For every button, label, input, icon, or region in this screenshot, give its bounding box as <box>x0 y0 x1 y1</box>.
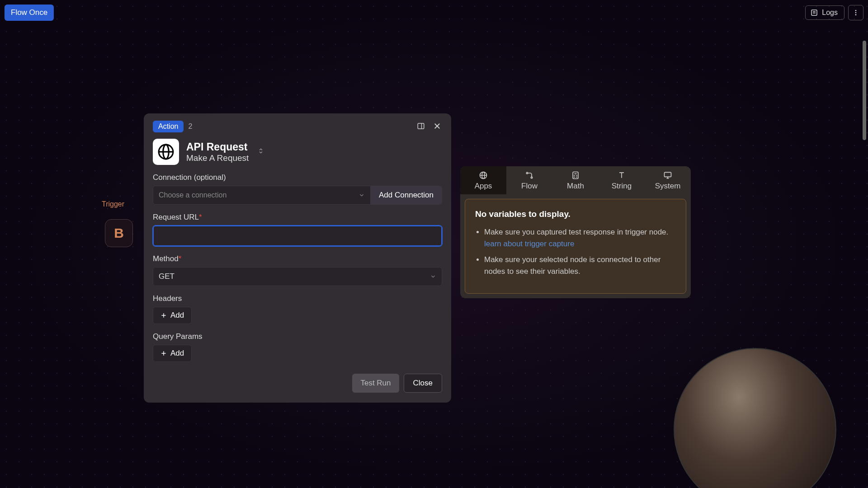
connection-placeholder: Choose a connection <box>159 191 226 199</box>
trigger-node-icon: B <box>114 225 124 241</box>
tab-apps[interactable]: Apps <box>460 166 506 194</box>
globe-icon <box>479 171 488 180</box>
svg-point-20 <box>526 172 528 174</box>
top-bar: Flow Once Logs <box>0 0 868 25</box>
method-label: Method* <box>153 254 442 263</box>
more-vertical-icon <box>852 9 859 16</box>
tab-flow-label: Flow <box>521 182 538 190</box>
flow-once-button[interactable]: Flow Once <box>5 5 54 21</box>
close-modal-button[interactable] <box>432 121 442 132</box>
modal-subtitle: Make A Request <box>186 153 249 163</box>
trigger-label: Trigger <box>102 200 124 208</box>
flow-icon <box>525 171 534 180</box>
action-badge: Action <box>153 121 184 132</box>
svg-point-24 <box>574 175 575 176</box>
monitor-icon <box>663 171 672 180</box>
tab-math-label: Math <box>567 182 584 190</box>
modal-footer: Test Run Close <box>153 374 442 393</box>
logs-label: Logs <box>822 9 838 17</box>
variables-heading: No variables to display. <box>475 209 676 219</box>
chevron-down-icon <box>430 273 436 280</box>
scrollbar[interactable] <box>863 41 866 140</box>
variables-hint-0: Make sure you captured test response in … <box>484 226 676 249</box>
connection-select[interactable]: Choose a connection <box>153 186 371 205</box>
app-icon <box>153 139 179 165</box>
add-header-button[interactable]: Add <box>153 307 192 324</box>
add-header-label: Add <box>170 311 184 320</box>
more-button[interactable] <box>848 5 863 20</box>
connection-row: Choose a connection Add Connection <box>153 186 442 205</box>
modal-title-row: API Request Make A Request <box>153 139 442 165</box>
calculator-icon <box>571 171 580 180</box>
variables-panel: Apps Flow Math String System No variable… <box>460 166 691 298</box>
query-params-label: Query Params <box>153 332 442 341</box>
add-query-label: Add <box>170 349 184 358</box>
svg-point-21 <box>531 177 532 178</box>
request-url-input[interactable] <box>153 225 442 246</box>
method-value: GET <box>159 272 175 281</box>
tab-system[interactable]: System <box>645 166 691 194</box>
chevron-up-down-icon <box>258 147 264 155</box>
add-query-param-button[interactable]: Add <box>153 345 192 362</box>
tab-math[interactable]: Math <box>552 166 599 194</box>
svg-rect-22 <box>573 172 578 179</box>
panel-icon <box>417 122 425 130</box>
tab-system-label: System <box>655 182 681 190</box>
url-label: Request URL* <box>153 213 442 222</box>
top-right-controls: Logs <box>805 5 863 20</box>
plus-icon <box>160 350 167 357</box>
globe-icon <box>157 143 175 160</box>
svg-point-26 <box>574 177 575 178</box>
test-run-button[interactable]: Test Run <box>352 374 399 393</box>
svg-rect-6 <box>418 123 424 129</box>
modal-title: API Request <box>186 141 249 153</box>
svg-point-25 <box>576 175 577 176</box>
expand-selector[interactable] <box>258 147 264 157</box>
tab-string[interactable]: String <box>599 166 645 194</box>
close-icon <box>433 122 441 130</box>
headers-label: Headers <box>153 294 442 303</box>
text-icon <box>617 171 626 180</box>
learn-trigger-link[interactable]: learn about trigger capture <box>484 239 574 248</box>
modal-title-block: API Request Make A Request <box>186 141 249 163</box>
svg-point-27 <box>576 177 577 178</box>
modal-header-right <box>416 121 442 132</box>
close-button[interactable]: Close <box>404 374 442 393</box>
svg-point-5 <box>855 14 857 15</box>
plus-icon <box>160 312 167 319</box>
tab-string-label: String <box>612 182 632 190</box>
method-select[interactable]: GET <box>153 267 442 286</box>
tab-apps-label: Apps <box>475 182 492 190</box>
modal-header: Action 2 <box>153 121 442 132</box>
connection-label: Connection (optional) <box>153 173 442 182</box>
svg-point-4 <box>855 12 857 14</box>
svg-point-3 <box>855 10 857 11</box>
tab-flow[interactable]: Flow <box>506 166 552 194</box>
variables-body: No variables to display. Make sure you c… <box>465 199 686 294</box>
step-number: 2 <box>188 122 192 131</box>
trigger-node[interactable]: B <box>105 219 133 247</box>
variables-hint-1: Make sure your selected node is connecte… <box>484 254 676 277</box>
logs-button[interactable]: Logs <box>805 5 844 20</box>
add-connection-button[interactable]: Add Connection <box>371 186 442 205</box>
variables-tabs: Apps Flow Math String System <box>460 166 691 194</box>
action-modal: Action 2 API Request Make A Request Conn… <box>144 113 451 403</box>
variables-hints: Make sure you captured test response in … <box>475 226 676 277</box>
chevron-down-icon <box>359 192 365 198</box>
svg-rect-30 <box>665 172 671 177</box>
panel-toggle-button[interactable] <box>416 121 426 132</box>
logs-icon <box>810 9 818 17</box>
modal-header-left: Action 2 <box>153 121 192 132</box>
